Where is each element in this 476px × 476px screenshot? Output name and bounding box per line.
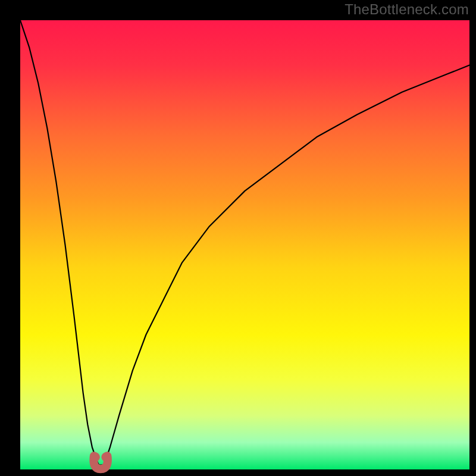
minimum-marker-cap-right	[101, 452, 111, 462]
gradient-background	[20, 20, 469, 469]
chart-frame: TheBottleneck.com	[0, 0, 476, 476]
minimum-marker-cap-left	[90, 452, 100, 462]
bottleneck-chart	[0, 0, 476, 476]
